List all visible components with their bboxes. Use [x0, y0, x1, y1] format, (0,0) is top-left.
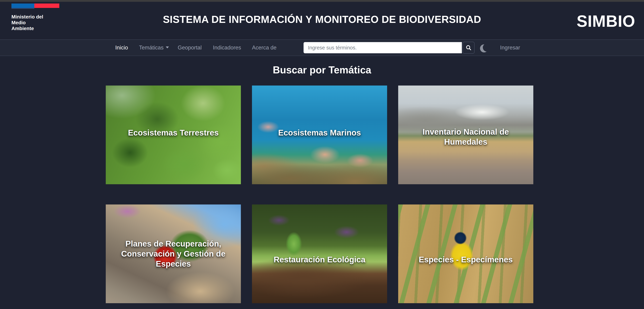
- thematic-cards-grid: Ecosistemas Terrestres Ecosistemas Marin…: [106, 86, 533, 303]
- login-link[interactable]: Ingresar: [500, 44, 520, 51]
- search-input[interactable]: [304, 42, 462, 53]
- card-title: Planes de Recuperación, Conservación y G…: [111, 239, 236, 269]
- search-button[interactable]: [462, 42, 474, 54]
- ministry-name-line3: Ambiente: [12, 26, 59, 31]
- flag-blue-segment: [12, 4, 34, 8]
- page-title: Buscar por Temática: [0, 64, 644, 76]
- nav-item-tematicas[interactable]: Temáticas: [139, 44, 169, 51]
- card-title: Ecosistemas Terrestres: [111, 128, 236, 138]
- card-planes-de-recuperacion-conservacion-gestion[interactable]: Planes de Recuperación, Conservación y G…: [106, 204, 241, 303]
- card-title: Ecosistemas Marinos: [257, 128, 382, 138]
- nav-item-inicio[interactable]: Inicio: [115, 44, 128, 51]
- card-inventario-nacional-de-humedales[interactable]: Inventario Nacional de Humedales: [398, 86, 533, 184]
- search-icon: [466, 45, 472, 51]
- nav-item-indicadores[interactable]: Indicadores: [213, 44, 241, 51]
- nav-item-geoportal[interactable]: Geoportal: [178, 44, 202, 51]
- search-bar: [304, 42, 474, 54]
- brand-simbio: SIMBIO: [576, 12, 635, 30]
- card-title: Restauración Ecológica: [257, 255, 382, 265]
- flag-red-segment: [34, 4, 59, 8]
- nav-item-tematicas-label: Temáticas: [139, 44, 164, 51]
- card-title: Especies - Especímenes: [403, 255, 528, 265]
- card-title: Inventario Nacional de Humedales: [403, 127, 528, 147]
- card-ecosistemas-marinos[interactable]: Ecosistemas Marinos: [252, 86, 387, 184]
- chevron-down-icon: [166, 46, 169, 48]
- card-ecosistemas-terrestres[interactable]: Ecosistemas Terrestres: [106, 86, 241, 184]
- header: Ministerio del Medio Ambiente SISTEMA DE…: [0, 2, 644, 40]
- card-restauracion-ecologica[interactable]: Restauración Ecológica: [252, 204, 387, 303]
- top-strip: [0, 0, 644, 2]
- navbar: Inicio Temáticas Geoportal Indicadores A…: [0, 40, 644, 56]
- site-title: SISTEMA DE INFORMACIÓN Y MONITOREO DE BI…: [0, 13, 644, 25]
- moon-icon: [483, 44, 491, 52]
- card-especies-especimenes[interactable]: Especies - Especímenes: [398, 204, 533, 303]
- nav-item-acerca-de[interactable]: Acerca de: [252, 44, 276, 51]
- chile-flag-bar: [12, 4, 59, 8]
- dark-mode-toggle[interactable]: [479, 43, 490, 52]
